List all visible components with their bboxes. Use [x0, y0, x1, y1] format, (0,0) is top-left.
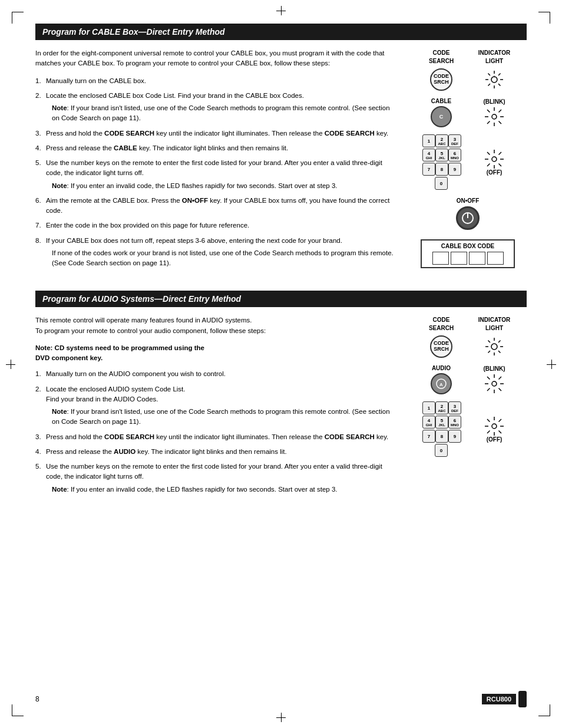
section-cable: Program for CABLE Box—Direct Entry Metho… [35, 24, 527, 273]
audio-diagram: CODESEARCH INDICATORLIGHT CODESRCH [409, 315, 527, 499]
cable-indicator-lit-area [468, 70, 521, 90]
key-2[interactable]: 2ABC [435, 134, 448, 147]
audio-key-5[interactable]: 5JKL [435, 416, 448, 429]
audio-key-7[interactable]: 7 [422, 430, 435, 443]
svg-line-26 [499, 152, 502, 155]
cable-off-label: (OFF) [487, 169, 503, 176]
audio-key-3[interactable]: 3DEF [448, 401, 461, 414]
audio-blink-label: (BLINK) [483, 365, 505, 372]
page: Program for CABLE Box—Direct Entry Metho… [0, 0, 562, 728]
svg-point-50 [492, 424, 497, 429]
cable-diagram-headers: CODESEARCH INDICATORLIGHT [415, 48, 521, 65]
key-1[interactable]: 1 [422, 134, 435, 147]
section-audio: Program for AUDIO Systems—Direct Entry M… [35, 291, 527, 499]
cable-cable-label: CABLE [431, 98, 451, 104]
cable-step-2-note: Note: If your brand isn't listed, use on… [46, 103, 397, 124]
cable-code-box-title: CABLE BOX CODE [424, 243, 511, 249]
cable-cable-button[interactable]: C [431, 106, 452, 127]
audio-keypad-area: 1 2ABC 3DEF 4GHI 5JKL 6MNO 7 8 9 [415, 401, 468, 457]
cable-row-1: CODESRCH [415, 68, 521, 91]
cable-code-input-box: CABLE BOX CODE [421, 239, 515, 268]
key-9[interactable]: 9 [448, 163, 461, 176]
key-8[interactable]: 8 [435, 163, 448, 176]
audio-off-icon [484, 416, 504, 436]
cable-code-search-btn-area: CODESRCH [415, 68, 468, 91]
audio-blink-icon [484, 374, 504, 394]
key-0[interactable]: 0 [435, 177, 448, 190]
audio-indicator-lit-area [468, 337, 521, 357]
cable-step-6: 6. Aim the remote at the CABLE box. Pres… [35, 196, 397, 216]
cable-row-3: 1 2ABC 3DEF 4GHI 5JKL 6MNO 7 8 9 [415, 134, 521, 190]
cable-off-area: (OFF) [468, 149, 521, 176]
svg-line-27 [487, 163, 490, 166]
svg-line-25 [499, 163, 502, 166]
audio-key-4[interactable]: 4GHI [422, 416, 435, 429]
audio-key-2[interactable]: 2ABC [435, 401, 448, 414]
audio-dvd-note: Note: CD systems need to be programmed u… [35, 343, 397, 364]
cable-indicator-lit-icon [484, 70, 504, 90]
section-cable-header: Program for CABLE Box—Direct Entry Metho… [35, 24, 527, 40]
model-label: RCU800 [482, 694, 516, 704]
audio-key-6[interactable]: 6MNO [448, 416, 461, 429]
cable-code-cell-4[interactable] [487, 252, 504, 265]
section-cable-title: Program for CABLE Box—Direct Entry Metho… [42, 27, 225, 37]
svg-point-10 [492, 114, 497, 119]
audio-blink-area: (BLINK) [468, 365, 521, 394]
cable-step-5-note: Note: If you enter an invalid code, the … [46, 181, 397, 191]
key-5[interactable]: 5JKL [435, 149, 448, 162]
audio-indicator-light-header: INDICATORLIGHT [468, 315, 521, 332]
cable-off-icon [484, 149, 504, 169]
key-3[interactable]: 3DEF [448, 134, 461, 147]
cable-blink-label: (BLINK) [483, 98, 505, 105]
cable-onoff-label: ON•OFF [457, 197, 480, 204]
audio-step-2-note: Note: If your brand isn't listed, use on… [46, 407, 397, 427]
svg-point-30 [491, 344, 497, 350]
svg-line-17 [499, 110, 502, 113]
page-footer: 8 RCU800 [35, 691, 527, 707]
svg-line-16 [499, 121, 502, 124]
svg-line-46 [487, 377, 490, 380]
svg-line-35 [488, 341, 491, 343]
svg-line-48 [499, 377, 502, 380]
audio-code-search-button[interactable]: CODESRCH [430, 335, 452, 358]
cable-left-col: In order for the eight-component univers… [35, 48, 397, 273]
section-audio-title: Program for AUDIO Systems—Direct Entry M… [42, 294, 241, 304]
cable-diagram: CODESEARCH INDICATORLIGHT CODESRCH [409, 48, 527, 273]
model-bar [518, 691, 527, 707]
audio-key-1[interactable]: 1 [422, 401, 435, 414]
cable-keypad-grid: 1 2ABC 3DEF 4GHI 5JKL 6MNO 7 8 9 [422, 134, 460, 176]
svg-text:A: A [439, 382, 443, 387]
cable-diagram-area: CODESEARCH INDICATORLIGHT CODESRCH [412, 48, 524, 268]
key-7[interactable]: 7 [422, 163, 435, 176]
svg-line-49 [487, 388, 490, 391]
cable-step-7: 7. Enter the code in the box provided on… [35, 220, 397, 230]
audio-key-9[interactable]: 9 [448, 430, 461, 443]
cable-onoff-button[interactable] [456, 206, 480, 230]
svg-line-24 [487, 152, 490, 155]
audio-key-8[interactable]: 8 [435, 430, 448, 443]
cable-step-1: 1. Manually turn on the CABLE box. [35, 76, 397, 86]
key-4[interactable]: 4GHI [422, 149, 435, 162]
cable-onoff-section: ON•OFF [412, 197, 524, 230]
audio-diagram-area: CODESEARCH INDICATORLIGHT CODESRCH [412, 315, 524, 462]
cable-code-cell-1[interactable] [432, 252, 449, 265]
audio-left-col: This remote control will operate many fe… [35, 315, 397, 499]
cable-step-2: 2. Locate the enclosed CABLE box Code Li… [35, 91, 397, 124]
cable-code-search-header: CODESEARCH [415, 48, 468, 65]
svg-line-15 [487, 110, 490, 113]
cable-blink-icon [484, 107, 504, 127]
key-6[interactable]: 6MNO [448, 149, 461, 162]
cable-code-search-button[interactable]: CODESRCH [430, 68, 452, 91]
svg-line-47 [499, 388, 502, 391]
cable-code-cell-3[interactable] [469, 252, 485, 265]
audio-code-search-btn-area: CODESRCH [415, 335, 468, 358]
svg-line-18 [487, 121, 490, 124]
audio-key-0[interactable]: 0 [435, 444, 448, 457]
audio-audio-button[interactable]: A [431, 373, 452, 394]
svg-line-58 [487, 430, 490, 433]
section-audio-content: This remote control will operate many fe… [35, 315, 527, 499]
cable-row-2: CABLE C (BLINK) [415, 98, 521, 127]
cable-code-cell-2[interactable] [451, 252, 467, 265]
audio-row-1: CODESRCH [415, 335, 521, 358]
svg-line-8 [488, 84, 491, 86]
